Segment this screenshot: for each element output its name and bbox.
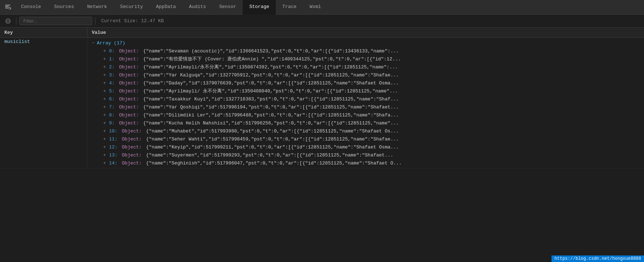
tree-keyword: Object:	[119, 152, 142, 158]
tree-keyword: Object:	[116, 96, 139, 102]
tree-item[interactable]: +5: Object: {"name":"Ayrilmayli/ 永不分离","…	[90, 87, 641, 95]
tree-keyword: Object:	[116, 80, 139, 86]
tree-toggle[interactable]: +	[103, 48, 107, 54]
tree-toggle[interactable]: +	[103, 136, 107, 142]
tree-items: +0: Object: {"name":"Sevaman (acoustic)"…	[90, 47, 641, 167]
tree-index: 7:	[109, 104, 115, 110]
tree-toggle[interactable]: +	[103, 72, 107, 78]
table-header: Key Value	[0, 28, 644, 38]
tab-security[interactable]: Security	[114, 0, 149, 15]
tree-toggle[interactable]: +	[103, 104, 107, 110]
tree-value: {"name":"Dilimdiki Ler","id":517996488,"…	[140, 112, 399, 118]
tree-toggle[interactable]: +	[103, 88, 107, 94]
svg-rect-1	[5, 6, 9, 7]
filter-input[interactable]	[19, 17, 92, 25]
tree-value: {"name":"Sevaman (acoustic)","id":136664…	[140, 48, 399, 54]
tree-index: 5:	[109, 88, 115, 94]
tree-keyword: Object:	[119, 136, 142, 142]
tree-index: 12:	[109, 144, 117, 150]
tree-index: 11:	[109, 136, 117, 142]
col-header-key: Key	[0, 28, 87, 37]
tree-keyword: Object:	[119, 144, 142, 150]
tree-toggle[interactable]: +	[103, 112, 107, 118]
tree-item[interactable]: +13: Object: {"name":"Suyermen","id":517…	[90, 151, 641, 159]
tab-console[interactable]: Console	[15, 0, 48, 15]
tab-network[interactable]: Network	[80, 0, 114, 15]
tree-toggle[interactable]: +	[103, 120, 107, 126]
col-header-value: Value	[87, 28, 644, 37]
tree-item[interactable]: +12: Object: {"name":"Keyip","id":517999…	[90, 143, 641, 151]
tree-value: {"name":"Kucha Helih Nahshisi","id":5179…	[140, 120, 399, 126]
tree-keyword: Object:	[116, 64, 139, 70]
tree-toggle[interactable]: +	[103, 64, 107, 70]
tree-toggle[interactable]: +	[103, 152, 107, 158]
tree-index: 13:	[109, 152, 117, 158]
tab-wxml[interactable]: Wxml	[303, 0, 327, 15]
tree-value: {"name":"Muhabet","id":517993980,"pst":0…	[143, 128, 399, 134]
tree-keyword: Object:	[116, 112, 139, 118]
tree-item[interactable]: +9: Object: {"name":"Kucha Helih Nahshis…	[90, 119, 641, 127]
svg-rect-2	[5, 8, 9, 8]
array-root[interactable]: − Array (17)	[90, 39, 641, 47]
tree-item[interactable]: +0: Object: {"name":"Sevaman (acoustic)"…	[90, 47, 641, 55]
tab-trace[interactable]: Trace	[276, 0, 303, 15]
main-content: Key Value musiclist − Array (17) +0: Obj…	[0, 28, 644, 262]
table-row: musiclist − Array (17) +0: Object: {"nam…	[0, 38, 644, 168]
tree-value: {"name":"有些爱情放不下 (Cover: 唐伯虎Annie) ","id…	[140, 56, 401, 62]
tab-sources[interactable]: Sources	[48, 0, 81, 15]
tree-index: 10:	[109, 128, 117, 134]
tree-value: {"name":"Yar Kalguqa","id":1327705912,"p…	[140, 72, 399, 78]
tree-keyword: Object:	[119, 128, 142, 134]
tree-item[interactable]: +11: Object: {"name":"Seher Wahti","id":…	[90, 135, 641, 143]
tree-index: 14:	[109, 160, 117, 166]
tab-sensor[interactable]: Sensor	[213, 0, 243, 15]
current-size-label: Current Size: 12.47 KB	[101, 18, 164, 24]
tree-item[interactable]: +3: Object: {"name":"Yar Kalguqa","id":1…	[90, 71, 641, 79]
tree-keyword: Object:	[116, 104, 139, 110]
tree-toggle[interactable]: +	[103, 56, 107, 62]
tree-value: {"name":"Yar Qoshiqi","id":517996194,"ps…	[140, 104, 399, 110]
clear-button[interactable]	[3, 16, 13, 26]
tree-value: {"name":"Suyermen","id":517999293,"pst":…	[143, 152, 393, 158]
tree-item[interactable]: +7: Object: {"name":"Yar Qoshiqi","id":5…	[90, 103, 641, 111]
tree-toggle[interactable]: +	[103, 96, 107, 102]
tree-keyword: Object:	[116, 120, 139, 126]
collapse-icon[interactable]: −	[92, 40, 95, 46]
tree-index: 3:	[109, 72, 115, 78]
tree-item[interactable]: +6: Object: {"name":"Taxakkur Kuyi","id"…	[90, 95, 641, 103]
tree-item[interactable]: +4: Object: {"name":"Daday","id":1379076…	[90, 79, 641, 87]
table-body: musiclist − Array (17) +0: Object: {"nam…	[0, 38, 644, 262]
tree-index: 4:	[109, 80, 115, 86]
tree-toggle[interactable]: +	[103, 160, 107, 166]
tab-audits[interactable]: Audits	[182, 0, 213, 15]
tree-index: 2:	[109, 64, 115, 70]
tab-bar: Console Sources Network Security AppData…	[0, 0, 644, 15]
tree-value: {"name":"Taxakkur Kuyi","id":1327718383,…	[140, 96, 399, 102]
devtools-icon[interactable]	[1, 0, 15, 15]
tree-item[interactable]: +10: Object: {"name":"Muhabet","id":5179…	[90, 127, 641, 135]
tree-index: 6:	[109, 96, 115, 102]
tree-index: 1:	[109, 56, 115, 62]
tree-item[interactable]: +1: Object: {"name":"有些爱情放不下 (Cover: 唐伯虎…	[90, 55, 641, 63]
tree-item[interactable]: +14: Object: {"name":"Seghinish","id":51…	[90, 159, 641, 167]
tree-index: 0:	[109, 48, 115, 54]
tree-keyword: Object:	[119, 160, 142, 166]
tree-value: {"name":"Seghinish","id":517996047,"pst"…	[143, 160, 402, 166]
array-label: Array (17)	[97, 40, 125, 46]
tree-keyword: Object:	[116, 48, 139, 54]
tree-item[interactable]: +8: Object: {"name":"Dilimdiki Ler","id"…	[90, 111, 641, 119]
tree-keyword: Object:	[116, 72, 139, 78]
toolbar-divider-2	[95, 17, 95, 25]
tree-toggle[interactable]: +	[103, 80, 107, 86]
tree-toggle[interactable]: +	[103, 128, 107, 134]
value-cell: − Array (17) +0: Object: {"name":"Sevama…	[87, 38, 644, 168]
tree-index: 9:	[109, 120, 115, 126]
tab-storage[interactable]: Storage	[243, 0, 276, 15]
url-bar: https://blog.csdn.net/hongxue8888	[551, 255, 644, 262]
svg-rect-0	[5, 5, 10, 5]
tree-item[interactable]: +2: Object: {"name":"Ayrilmayli/永不分离","i…	[90, 63, 641, 71]
tab-appdata[interactable]: AppData	[149, 0, 182, 15]
tree-toggle[interactable]: +	[103, 144, 107, 150]
tree-value: {"name":"Keyip","id":517999211,"pst":0,"…	[143, 144, 399, 150]
tree-value: {"name":"Ayrilmayli/永不分离","id":135087439…	[140, 64, 398, 70]
